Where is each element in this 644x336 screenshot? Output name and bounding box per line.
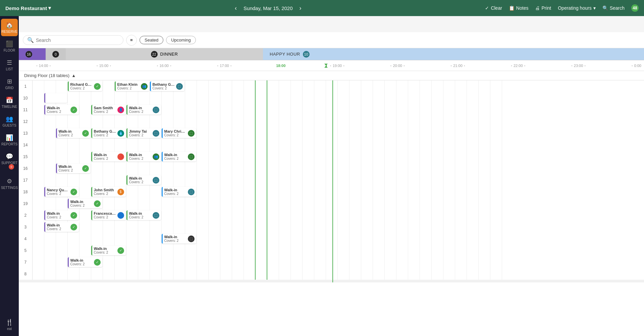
section-tab-happy-hour[interactable]: HAPPY HOUR 10 [263,48,644,60]
reservation-block[interactable]: Nancy QuentinCovers: 2✓ [44,187,79,197]
grid-row-cells[interactable] [32,268,644,280]
reservation-block[interactable] [44,93,67,103]
reservation-block[interactable]: Walk-inCovers: 2✓ [68,257,102,267]
reservation-block[interactable]: Walk-inCovers: 2✓ [91,246,126,255]
grid-row-cells[interactable]: Walk-inCovers: 2⬚ [32,233,644,245]
reservation-block[interactable]: Walk-inCovers: 2✓ [68,199,102,208]
reservation-block[interactable]: Walk-inCovers: 2🚫 [91,152,126,161]
nav-center: ‹ Sunday, Mar 15, 2020 › [56,3,480,13]
sidebar-item-label: SUPPORT [1,161,17,165]
grid-row-cells[interactable]: Nancy QuentinCovers: 2✓John SmithCovers:… [32,186,644,198]
table-row: 4Walk-inCovers: 2⬚ [19,233,644,245]
grid-row-cells[interactable] [32,139,644,151]
sidebar-item-reserve[interactable]: 🏠 RESERVE [1,19,18,36]
section-2-badge: 0 [52,51,59,58]
sidebar-item-settings[interactable]: ⚙ SETTINGS [1,175,18,192]
reserve-icon: 🏠 [6,21,13,29]
table-row: 18Nancy QuentinCovers: 2✓John SmithCover… [19,186,644,198]
table-label: 3 [19,221,32,233]
grid-icon: ⊞ [7,78,12,85]
section-tab-1[interactable]: 16 [19,48,46,60]
clear-button[interactable]: ✓ Clear [485,5,502,11]
operating-hours-button[interactable]: Operating hours ▾ [558,5,595,11]
print-button[interactable]: 🖨 Print [535,5,551,11]
table-label: 4 [19,233,32,245]
dinner-badge: 22 [151,51,158,58]
reservation-block[interactable]: Jimmy TaiCovers: 2⬚ [126,128,161,138]
reservation-block[interactable]: Richard GatoCovers: 2✓ [68,81,102,91]
prev-date-button[interactable]: ‹ [232,3,239,13]
sidebar-item-floor[interactable]: ⬛ FLOOR [1,38,18,55]
grid-row-cells[interactable]: Walk-inCovers: 2✓ [32,245,644,256]
search-input[interactable] [36,38,119,43]
table-label: 1 [19,80,32,92]
sidebar-item-eat[interactable]: 🍴 eat [1,316,18,333]
restaurant-name[interactable]: Demo Restaurant ▾ [5,5,51,11]
reservation-block[interactable]: Walk-inCovers: 2✓ [56,128,91,138]
current-time-arrow-down [324,66,328,68]
settings-icon: ⚙ [7,178,12,185]
reservation-block[interactable]: Ethan KleinCovers: 2👥 [115,81,149,91]
floor-collapse-icon[interactable]: ▲ [71,73,76,78]
reservation-block[interactable]: Mary ChristiansonCovers: 2⬚ [162,128,196,138]
sidebar-item-grid[interactable]: ⊞ GRID [1,75,18,92]
dropdown-icon: ▾ [48,5,51,11]
grid-row-cells[interactable] [32,116,644,127]
reservation-block[interactable]: Walk-inCovers: 2✓ [56,163,91,173]
table-label: 12 [19,116,32,127]
reservation-block[interactable]: Walk-inCovers: 2⬚ [162,187,196,197]
sidebar-item-label: eat [7,327,12,331]
seated-filter-button[interactable]: Seated [140,36,163,44]
reservation-block[interactable]: Walk-inCovers: 2⬚ [126,105,161,115]
sidebar-item-reports[interactable]: 📊 REPORTS [1,131,18,149]
table-label: 17 [19,174,32,186]
search-input-wrap[interactable]: 🔍 [23,35,123,45]
table-label: 2 [19,209,32,221]
grid-row-cells[interactable]: Walk-inCovers: 2✓ [32,162,644,174]
grid-row-cells[interactable]: Walk-inCovers: 2🚫Walk-inCovers: 2👥Walk-i… [32,151,644,162]
grid-area[interactable]: 1Richard GatoCovers: 2✓Ethan KleinCovers… [19,80,644,336]
notes-button[interactable]: 📋 Notes [509,5,529,11]
upcoming-filter-button[interactable]: Upcoming [166,36,196,44]
sidebar-item-support[interactable]: 💬 SUPPORT 0 [1,150,18,174]
grid-row-cells[interactable]: Walk-inCovers: 2✓ [32,256,644,268]
reservation-block[interactable]: John SmithCovers: 2$ [91,187,126,197]
section-tab-dinner[interactable]: 22 DINNER [66,48,263,60]
grid-row-cells[interactable]: Walk-inCovers: 2✓ [32,221,644,233]
reservation-block[interactable]: Walk-inCovers: 2⬚ [162,234,196,244]
grid-row-cells[interactable]: Richard GatoCovers: 2✓Ethan KleinCovers:… [32,80,644,92]
grid-row-cells[interactable]: Walk-inCovers: 2⬚ [32,174,644,186]
guests-icon: 👥 [6,115,13,123]
reservation-block[interactable]: Walk-inCovers: 2⬚ [126,210,161,220]
reservation-block[interactable]: Walk-inCovers: 2⬚ [162,152,196,161]
reservation-block[interactable]: Bethany GreenCovers: 2⬚ [150,81,184,91]
reservation-block[interactable]: Bethany GreenCovers: 2💧 [91,128,126,138]
reservation-block[interactable]: Walk-inCovers: 2✓ [44,210,79,220]
search-icon: 🔍 [602,5,608,11]
filter-button[interactable]: ≡ [126,35,137,46]
section-tab-2[interactable]: 0 [46,48,66,60]
sidebar-item-guests[interactable]: 👥 GUESTS [1,113,18,130]
table-row: 3Walk-inCovers: 2✓ [19,221,644,233]
grid-row-cells[interactable]: Walk-inCovers: 2✓Bethany GreenCovers: 2💧… [32,127,644,139]
table-label: 15 [19,151,32,162]
grid-row-cells[interactable]: Walk-inCovers: 2✓Sam SmithCovers: 2👤Walk… [32,104,644,116]
table-label: 5 [19,245,32,256]
reservation-block[interactable]: Walk-inCovers: 2👥 [126,152,161,161]
search-button[interactable]: 🔍 Search [602,5,625,11]
time-23: •23:00• [570,64,587,68]
next-date-button[interactable]: › [297,3,304,13]
table-label: 19 [19,198,32,209]
reservation-block[interactable]: Walk-inCovers: 2✓ [44,222,79,232]
sidebar-item-list[interactable]: ☰ LIST [1,56,18,74]
grid-row-cells[interactable]: Walk-inCovers: 2✓Francesca WebheinserCov… [32,209,644,221]
time-18: 18:00 [276,64,285,68]
reservation-block[interactable]: Walk-inCovers: 2✓ [44,105,79,115]
grid-row-cells[interactable]: Walk-inCovers: 2✓ [32,198,644,209]
grid-row-cells[interactable] [32,92,644,104]
reservation-block[interactable]: Walk-inCovers: 2⬚ [126,175,161,185]
reservation-block[interactable]: Sam SmithCovers: 2👤 [91,105,126,115]
support-icon: 💬 [6,153,13,160]
sidebar-item-timeline[interactable]: 📅 TIMELINE [1,94,18,111]
reservation-block[interactable]: Francesca WebheinserCovers: 2👤 [91,210,126,220]
